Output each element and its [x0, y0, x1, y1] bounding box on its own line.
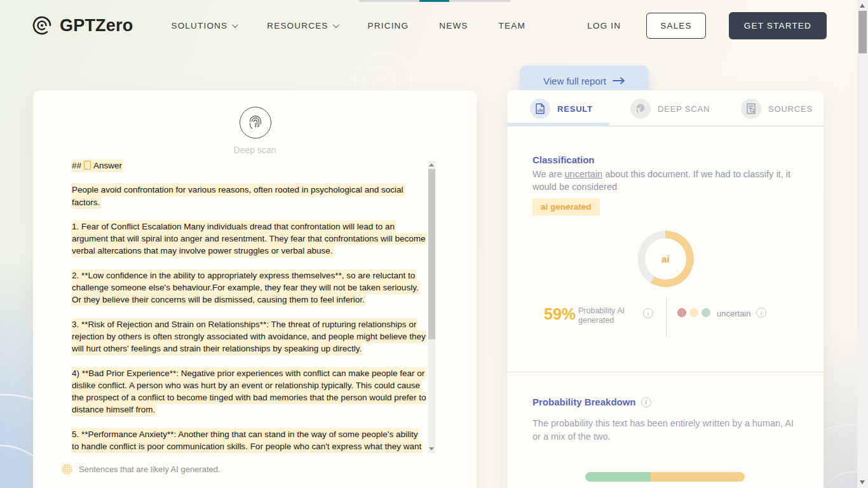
nav-solutions[interactable]: SOLUTIONS	[171, 21, 236, 30]
main-nav: SOLUTIONS RESOURCES PRICING NEWS TEAM	[156, 21, 540, 30]
tab-result[interactable]: RESULT	[530, 98, 593, 119]
nav-resources[interactable]: RESOURCES	[267, 21, 337, 30]
tab-sources[interactable]: SOURCES	[741, 98, 813, 119]
tab-deep-scan[interactable]: DEEP SCAN	[630, 98, 710, 119]
probability-breakdown-title: Probability Breakdown	[532, 396, 651, 407]
document-paragraph: 3. **Risk of Rejection and Strain on Rel…	[72, 318, 426, 355]
report-panel: RESULT DEEP SCAN SOUR	[507, 90, 824, 488]
scroll-up-icon[interactable]	[429, 163, 434, 166]
donut-label: ai	[661, 254, 670, 264]
uncertain-word: uncertain	[565, 169, 603, 179]
brand-name: GPTZero	[60, 16, 133, 36]
nav-news[interactable]: NEWS	[439, 21, 468, 30]
scroll-up-icon[interactable]	[860, 4, 865, 8]
uncertain-status: uncertain	[717, 309, 750, 318]
ai-probability-value: 59%	[544, 305, 576, 323]
document-panel: Deep scan ##Answer People avoid confront…	[33, 90, 477, 488]
document-heading: ##Answer	[72, 159, 426, 172]
sales-button[interactable]: SALES	[646, 13, 706, 39]
header-actions: LOG IN SALES GET STARTED	[587, 12, 827, 39]
document-paragraph: 4) **Bad Prior Experience**: Negative pr…	[72, 367, 426, 416]
chevron-down-icon	[232, 22, 238, 28]
ai-dot-icon	[702, 308, 710, 317]
emoji-placeholder-icon	[84, 161, 91, 170]
get-started-button[interactable]: GET STARTED	[729, 12, 827, 39]
scanned-text[interactable]: ##Answer People avoid confrontation for …	[72, 159, 426, 453]
document-scrollbar-thumb[interactable]	[428, 169, 435, 339]
chevron-down-icon	[333, 22, 339, 28]
section-divider	[507, 372, 824, 372]
gptzero-logo[interactable]: GPTZero	[31, 14, 133, 37]
active-tab-indicator	[507, 123, 609, 126]
classification-title: Classification	[532, 154, 595, 165]
ai-probability-segment	[651, 472, 745, 482]
nav-team[interactable]: TEAM	[499, 21, 526, 30]
human-probability-segment	[585, 472, 651, 482]
document-paragraph: 5. **Performance Anxiety**: Another thin…	[72, 428, 426, 453]
page-scrollbar[interactable]	[857, 0, 868, 488]
probability-breakdown-description: The probability this text has been entir…	[532, 417, 802, 444]
mixed-dot-icon	[689, 308, 698, 317]
scroll-down-icon[interactable]	[429, 447, 434, 451]
nav-pricing[interactable]: PRICING	[368, 21, 409, 30]
arrow-right-icon	[613, 77, 625, 85]
deep-scan-label: Deep scan	[33, 145, 477, 155]
vertical-divider	[666, 297, 667, 337]
probability-breakdown-bar	[585, 472, 745, 482]
document-paragraph: 1. Fear of Conflict Escalation Many indi…	[72, 220, 426, 257]
deep-scan-fingerprint-icon[interactable]	[240, 107, 271, 139]
legend-text: Sentences that are likely AI generated.	[79, 464, 220, 474]
top-navigation: GPTZero SOLUTIONS RESOURCES PRICING NEWS…	[0, 0, 858, 51]
page-scrollbar-thumb[interactable]	[858, 11, 867, 53]
document-paragraph: People avoid confrontation for various r…	[72, 184, 426, 208]
document-paragraph: 2. **Low confidence in the ability to ap…	[72, 269, 426, 306]
ai-sentence-legend: Sentences that are likely AI generated.	[62, 464, 220, 475]
document-chart-icon	[530, 98, 550, 119]
info-icon[interactable]	[641, 397, 651, 407]
ai-probability-donut: ai	[637, 231, 694, 287]
ai-probability-label: Probability AI generated	[578, 306, 649, 325]
document-scrollbar[interactable]	[428, 161, 435, 453]
ai-highlight-dot-icon	[62, 464, 72, 475]
human-dot-icon	[677, 308, 686, 317]
document-search-icon	[741, 98, 761, 119]
donut-center: ai	[645, 238, 686, 280]
fingerprint-icon	[630, 98, 651, 119]
scroll-down-icon[interactable]	[860, 480, 865, 484]
login-link[interactable]: LOG IN	[587, 21, 621, 30]
tab-divider	[609, 126, 824, 126]
classification-text: We are uncertain about this document. If…	[532, 168, 796, 193]
info-icon[interactable]	[643, 308, 653, 318]
info-icon[interactable]	[756, 308, 766, 318]
probability-summary: 59% Probability AI generated uncertain	[507, 300, 824, 341]
ai-generated-badge: ai generated	[532, 198, 600, 215]
gptzero-logo-icon	[31, 14, 53, 37]
